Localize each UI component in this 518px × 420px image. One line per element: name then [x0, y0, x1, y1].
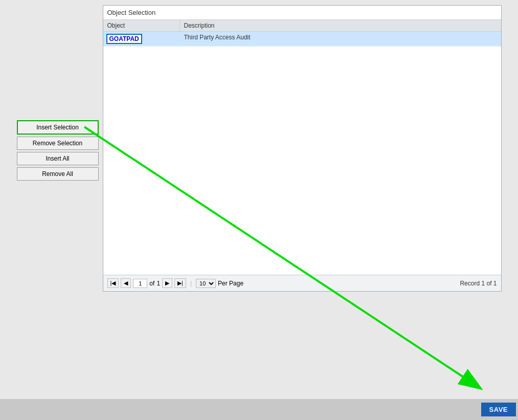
pagination-controls: |◀ ◀ of 1 ▶ ▶| | 10 25 50 Per Page	[107, 278, 244, 288]
last-page-button[interactable]: ▶|	[174, 278, 186, 288]
action-buttons-panel: Insert Selection Remove Selection Insert…	[17, 120, 99, 181]
prev-page-button[interactable]: ◀	[121, 278, 131, 288]
separator: |	[190, 280, 192, 287]
object-value: GOATPAD	[106, 34, 142, 44]
panel-title: Object Selection	[103, 6, 501, 19]
page-input[interactable]	[133, 279, 147, 288]
record-info: Record 1 of 1	[460, 280, 497, 287]
col-header-description: Description	[180, 20, 501, 31]
next-page-button[interactable]: ▶	[162, 278, 172, 288]
insert-selection-button[interactable]: Insert Selection	[17, 120, 99, 135]
per-page-label: Per Page	[218, 280, 243, 287]
of-label: of	[149, 280, 154, 287]
table-row[interactable]: GOATPAD Third Party Access Audit	[103, 32, 501, 47]
col-header-object: Object	[103, 20, 180, 31]
table-header: Object Description	[103, 19, 501, 32]
object-selection-panel: Object Selection Object Description GOAT…	[103, 5, 502, 292]
first-page-button[interactable]: |◀	[107, 278, 119, 288]
per-page-select[interactable]: 10 25 50	[196, 279, 216, 288]
total-pages: 1	[156, 280, 160, 287]
table-body: GOATPAD Third Party Access Audit	[103, 32, 501, 275]
save-button[interactable]: SAVE	[481, 403, 516, 416]
main-content: Insert Selection Remove Selection Insert…	[0, 0, 518, 399]
remove-all-button[interactable]: Remove All	[17, 167, 99, 181]
pagination-bar: |◀ ◀ of 1 ▶ ▶| | 10 25 50 Per Page Recor…	[103, 275, 501, 291]
insert-all-button[interactable]: Insert All	[17, 152, 99, 165]
cell-description: Third Party Access Audit	[180, 32, 501, 46]
remove-selection-button[interactable]: Remove Selection	[17, 137, 99, 150]
cell-object: GOATPAD	[103, 32, 180, 46]
bottom-bar: SAVE	[0, 399, 518, 420]
